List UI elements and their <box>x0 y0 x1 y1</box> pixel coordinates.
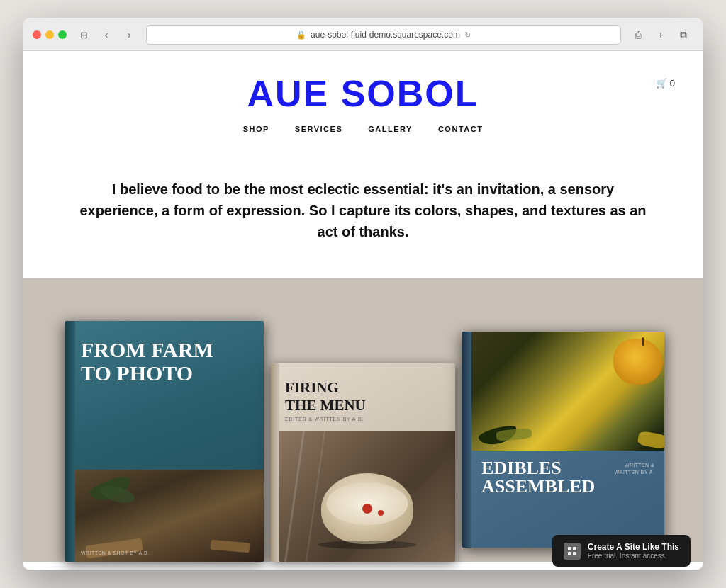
nav-shop[interactable]: SHOP <box>243 125 269 133</box>
lock-icon: 🔒 <box>296 30 306 40</box>
book-cover-right: EDIBLES ASSEMBLED WRITTEN & WRITTEN BY A… <box>462 332 664 548</box>
cta-sub-text: Free trial. Instant access. <box>588 552 679 560</box>
book-from-farm-to-photo[interactable]: FROM FARM TO PHOTO <box>65 321 264 562</box>
book-right-title-2: ASSEMBLED <box>481 477 595 496</box>
browser-nav-controls: ⊞ ‹ › <box>74 27 139 43</box>
share-button[interactable]: ⎙ <box>628 27 648 43</box>
svg-rect-3 <box>573 552 576 555</box>
book-right-subtitle-2: WRITTEN BY A. <box>615 469 654 477</box>
site-nav: SHOP SERVICES GALLERY CONTACT <box>23 125 703 143</box>
cart-icon: 🛒 <box>656 78 667 89</box>
nav-gallery[interactable]: GALLERY <box>368 125 413 133</box>
website-content: 🛒 0 AUE SOBOL SHOP SERVICES GALLERY CONT… <box>23 51 703 570</box>
products-section: FROM FARM TO PHOTO <box>23 278 703 562</box>
book-author-left: WRITTEN & SHOT BY A.B. <box>81 550 150 555</box>
site-title: AUE SOBOL <box>23 72 703 115</box>
cta-text-area: Create A Site Like This Free trial. Inst… <box>588 542 679 560</box>
site-header: 🛒 0 AUE SOBOL SHOP SERVICES GALLERY CONT… <box>23 51 703 143</box>
nav-contact[interactable]: CONTACT <box>438 125 483 133</box>
book-cover-center: FIRING THE MENU EDITED & WRITTEN BY A.B. <box>271 363 455 562</box>
svg-rect-1 <box>573 547 576 550</box>
cart-count: 0 <box>670 78 675 89</box>
new-tab-button[interactable]: + <box>651 27 671 43</box>
address-bar[interactable]: 🔒 aue-sobol-fluid-demo.squarespace.com ↻ <box>146 25 621 45</box>
forward-button[interactable]: › <box>119 27 139 43</box>
book-right-title-1: EDIBLES <box>481 459 595 477</box>
browser-window: ⊞ ‹ › 🔒 aue-sobol-fluid-demo.squarespace… <box>23 18 703 570</box>
cart-icon-area[interactable]: 🛒 0 <box>656 78 675 89</box>
nav-services[interactable]: SERVICES <box>295 125 342 133</box>
hero-quote-text: I believe food to be the most eclectic e… <box>79 179 647 242</box>
window-grid-button[interactable]: ⊞ <box>74 27 94 43</box>
book-right-subtitle-1: WRITTEN & <box>615 462 654 470</box>
maximize-button[interactable] <box>58 30 67 39</box>
minimize-button[interactable] <box>45 30 54 39</box>
squarespace-logo <box>564 543 581 560</box>
back-button[interactable]: ‹ <box>96 27 116 43</box>
book-title-line1: FROM FARM <box>81 338 257 361</box>
book-cover-left: FROM FARM TO PHOTO <box>65 321 264 562</box>
tabs-button[interactable]: ⧉ <box>674 27 693 43</box>
book-title-line2: TO PHOTO <box>81 361 257 385</box>
svg-rect-2 <box>568 552 571 555</box>
book-center-title-1: FIRING <box>285 379 448 397</box>
cta-main-text: Create A Site Like This <box>588 542 679 552</box>
browser-action-buttons: ⎙ + ⧉ <box>628 27 693 43</box>
products-row: FROM FARM TO PHOTO <box>51 321 675 562</box>
squarespace-cta[interactable]: Create A Site Like This Free trial. Inst… <box>552 535 691 567</box>
book-center-subtitle: EDITED & WRITTEN BY A.B. <box>285 417 448 422</box>
hero-quote: I believe food to be the most eclectic e… <box>23 143 703 278</box>
close-button[interactable] <box>33 30 41 39</box>
book-center-title-2: THE MENU <box>285 397 448 414</box>
book-edibles-assembled[interactable]: EDIBLES ASSEMBLED WRITTEN & WRITTEN BY A… <box>462 332 664 548</box>
svg-rect-0 <box>568 547 571 550</box>
browser-chrome: ⊞ ‹ › 🔒 aue-sobol-fluid-demo.squarespace… <box>23 18 703 51</box>
traffic-lights <box>33 30 67 39</box>
refresh-icon[interactable]: ↻ <box>464 30 471 40</box>
url-text: aue-sobol-fluid-demo.squarespace.com <box>311 30 460 40</box>
book-firing-the-menu[interactable]: FIRING THE MENU EDITED & WRITTEN BY A.B. <box>271 363 455 562</box>
